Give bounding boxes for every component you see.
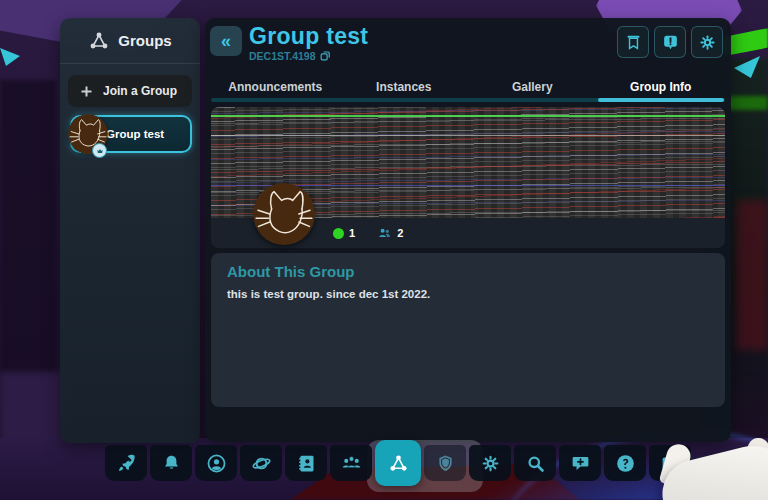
gear-icon: [698, 33, 717, 52]
online-stat: 1: [333, 227, 355, 239]
dock-item-social[interactable]: [330, 445, 372, 481]
panel-header: « Group test DEC1ST.4198: [205, 18, 731, 66]
sidebar-header: Groups: [60, 18, 200, 64]
dock-item-search[interactable]: [514, 445, 556, 481]
dock-item-feedback[interactable]: [559, 445, 601, 481]
group-tabs: Announcements Instances Gallery Group In…: [211, 72, 725, 102]
groups-molecule-icon: [388, 453, 409, 474]
group-info-content: 1 2: [205, 102, 731, 407]
maroon-shape: [736, 200, 768, 350]
crown-icon: [96, 147, 104, 155]
dock-item-launch-pad[interactable]: [105, 445, 147, 481]
dock-item-worlds[interactable]: [240, 445, 282, 481]
dock-item-notifications[interactable]: [150, 445, 192, 481]
people-icon: [341, 453, 362, 474]
about-body: this is test group. since dec 1st 2022.: [227, 288, 709, 300]
dock-item-safety[interactable]: [424, 445, 466, 481]
plus-icon: [79, 84, 94, 99]
title-block: Group test DEC1ST.4198: [249, 25, 617, 62]
dock-item-profile[interactable]: [195, 445, 237, 481]
group-banner-button[interactable]: [617, 26, 649, 58]
about-title: About This Group: [227, 263, 709, 280]
join-a-group-button[interactable]: Join a Group: [68, 75, 192, 107]
help-icon: [615, 453, 636, 474]
planet-icon: [251, 453, 272, 474]
online-count: 1: [349, 227, 355, 239]
bell-icon: [161, 453, 182, 474]
group-detail-panel: « Group test DEC1ST.4198: [205, 18, 731, 442]
feedback-bubble-icon: [570, 453, 591, 474]
dock-item-settings[interactable]: [469, 445, 511, 481]
group-code: DEC1ST.4198: [249, 49, 617, 62]
join-a-group-label: Join a Group: [103, 84, 177, 98]
members-icon: [377, 226, 392, 241]
report-button[interactable]: [654, 26, 686, 58]
dock-item-groups[interactable]: [375, 440, 421, 486]
member-count: 2: [397, 227, 403, 239]
main-menu-dock: [105, 445, 691, 481]
tab-group-info[interactable]: Group Info: [597, 72, 726, 102]
profile-icon: [206, 453, 227, 474]
group-info-card: 1 2: [211, 107, 725, 248]
page-title: Group test: [249, 25, 617, 48]
sidebar-item-group-test[interactable]: Group test: [70, 115, 192, 153]
gear-icon: [480, 453, 501, 474]
online-dot-icon: [333, 228, 344, 239]
tab-gallery[interactable]: Gallery: [468, 72, 597, 102]
back-button[interactable]: «: [210, 26, 242, 56]
contacts-book-icon: [296, 453, 317, 474]
report-icon: [661, 33, 680, 52]
sidebar-item-label: Group test: [106, 128, 164, 140]
shield-icon: [435, 453, 456, 474]
dock-item-avatars[interactable]: [285, 445, 327, 481]
banner-icon: [624, 33, 643, 52]
sidebar-title: Groups: [118, 32, 171, 49]
group-avatar-large: [253, 183, 315, 245]
group-code-text: DEC1ST.4198: [249, 50, 316, 62]
members-stat: 2: [377, 226, 403, 241]
copy-icon[interactable]: [319, 49, 332, 62]
group-role-badge: [92, 143, 107, 158]
tab-instances[interactable]: Instances: [340, 72, 469, 102]
search-icon: [525, 453, 546, 474]
groups-sidebar: Groups Join a Group Group test: [60, 18, 200, 443]
group-toolbar: [617, 26, 723, 58]
rocket-icon: [116, 453, 137, 474]
groups-icon: [88, 30, 110, 52]
tab-announcements[interactable]: Announcements: [211, 72, 340, 102]
group-settings-button[interactable]: [691, 26, 723, 58]
dock-item-help[interactable]: [604, 445, 646, 481]
vrchat-menu-screen: Groups Join a Group Group test « Group: [0, 0, 768, 500]
about-card: About This Group this is test group. sin…: [211, 253, 725, 407]
